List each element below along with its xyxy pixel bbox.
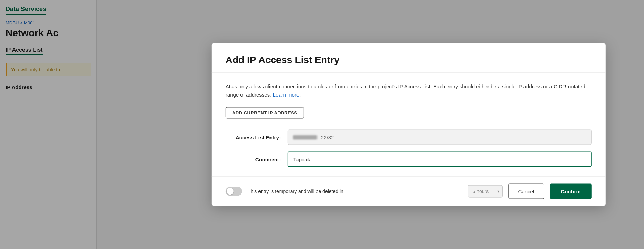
hours-select-wrapper: 1 hour 6 hours 1 day 1 week	[468, 185, 503, 198]
footer-temporary-text: This entry is temporary and will be dele…	[248, 189, 463, 194]
ip-suffix: -22/32	[319, 134, 334, 140]
add-ip-modal: Add IP Access List Entry Atlas only allo…	[212, 43, 606, 206]
modal-header: Add IP Access List Entry	[212, 43, 606, 73]
access-list-entry-label: Access List Entry:	[226, 134, 281, 140]
cancel-button[interactable]: Cancel	[508, 184, 544, 199]
toggle-track	[226, 187, 242, 196]
modal-description: Atlas only allows client connections to …	[226, 82, 592, 99]
ip-blur	[293, 135, 317, 139]
modal-footer: This entry is temporary and will be dele…	[212, 177, 606, 206]
modal-title: Add IP Access List Entry	[226, 54, 592, 66]
confirm-button[interactable]: Confirm	[550, 184, 592, 199]
access-list-entry-field[interactable]: -22/32	[288, 130, 592, 145]
learn-more-link[interactable]: Learn more	[273, 92, 300, 98]
hours-select[interactable]: 1 hour 6 hours 1 day 1 week	[468, 185, 503, 198]
add-current-ip-button[interactable]: ADD CURRENT IP ADDRESS	[226, 107, 304, 119]
comment-row: Comment:	[226, 152, 592, 167]
comment-input[interactable]	[288, 152, 592, 167]
form-section: Access List Entry: -22/32 Comment:	[226, 130, 592, 167]
modal-body: Atlas only allows client connections to …	[212, 73, 606, 177]
temporary-entry-toggle[interactable]	[226, 187, 242, 196]
access-list-entry-row: Access List Entry: -22/32	[226, 130, 592, 145]
toggle-thumb	[227, 188, 234, 195]
comment-label: Comment:	[226, 156, 281, 162]
